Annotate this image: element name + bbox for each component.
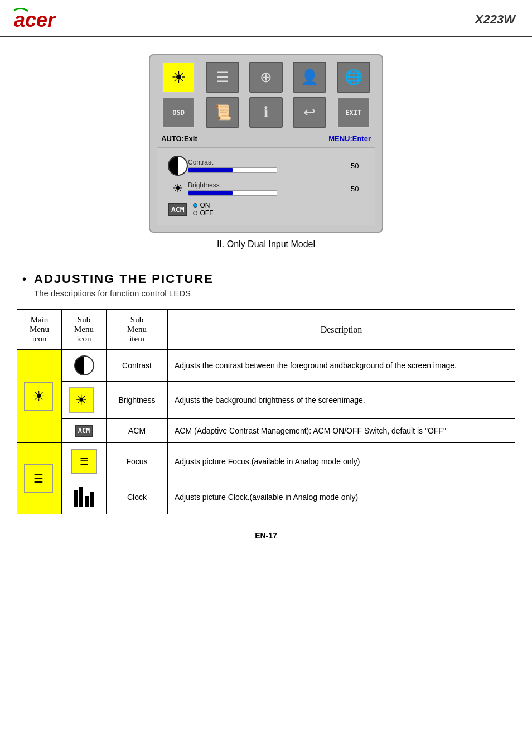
acm-row: ACM ON OFF <box>168 201 364 217</box>
osd-box: ☀ ☰ ⊕ 👤 🌐 OSD 📜 ℹ ↩ EXIT AUTO:Exit MENU:… <box>149 54 383 233</box>
th-sub-menu-item: SubMenuitem <box>107 310 168 350</box>
osd-icon-reset: ↩ <box>293 97 326 128</box>
brightness-track <box>188 190 277 196</box>
osd-section: ☀ ☰ ⊕ 👤 🌐 OSD 📜 ℹ ↩ EXIT AUTO:Exit MENU:… <box>0 54 532 249</box>
contrast-slider-content: Contrast <box>188 158 346 173</box>
osd-icon-scroll: 📜 <box>206 97 239 128</box>
sub-icon-focus: ☰ <box>62 443 107 480</box>
table-row: Clock Adjusts picture Clock.(available i… <box>17 480 515 514</box>
osd-icon-osd: OSD <box>162 97 195 128</box>
osd-icon-brightness-active: ☀ <box>162 62 195 93</box>
table-row: ACM ACM ACM (Adaptive Contrast Managemen… <box>17 419 515 443</box>
sub-item-brightness: Brightness <box>107 382 168 419</box>
contrast-row: Contrast 50 <box>168 156 364 176</box>
brightness-slider-content: Brightness <box>188 181 346 196</box>
acm-options: ON OFF <box>193 201 213 217</box>
sub-item-clock: Clock <box>107 480 168 514</box>
acer-logo: acer <box>11 6 61 33</box>
acm-off-label: OFF <box>200 209 213 217</box>
brightness-icon-osd: ☀ <box>168 181 188 196</box>
section-bullet: • <box>22 273 26 286</box>
bar-3 <box>85 496 89 507</box>
osd-caption: II. Only Dual Input Model <box>217 239 315 249</box>
desc-contrast: Adjusts the contrast between the foregro… <box>168 350 515 382</box>
osd-bottom-row: OSD 📜 ℹ ↩ EXIT <box>157 97 375 128</box>
svg-text:acer: acer <box>14 8 56 31</box>
feature-table: MainMenuicon SubMenuicon SubMenuitem Des… <box>17 309 515 514</box>
brightness-row: ☀ Brightness 50 <box>168 181 364 196</box>
bar-2 <box>79 487 83 507</box>
focus-icon-table: ☰ <box>71 449 97 474</box>
page-header: acer X223W <box>0 0 532 37</box>
table-row: ☀ Brightness Adjusts the background brig… <box>17 382 515 419</box>
sub-icon-contrast <box>62 350 107 382</box>
acm-on-label: ON <box>200 201 210 209</box>
th-sub-menu-icon: SubMenuicon <box>62 310 107 350</box>
sub-item-acm: ACM <box>107 419 168 443</box>
sub-item-contrast: Contrast <box>107 350 168 382</box>
contrast-value: 50 <box>351 162 364 170</box>
osd-icon-menu: ☰ <box>206 62 239 93</box>
brightness-label: Brightness <box>188 181 346 189</box>
osd-icon-globe: 🌐 <box>337 62 370 93</box>
contrast-icon <box>168 156 188 176</box>
model-name: X223W <box>475 12 515 27</box>
osd-panel: Contrast 50 ☀ Brightness 50 <box>157 147 375 225</box>
sub-item-focus: Focus <box>107 443 168 480</box>
menu-icon-table: ☰ <box>24 464 53 493</box>
desc-clock: Adjusts picture Clock.(available in Anal… <box>168 480 515 514</box>
osd-icon-exit: EXIT <box>337 97 370 128</box>
page-number: EN-17 <box>255 531 277 540</box>
sub-icon-acm: ACM <box>62 419 107 443</box>
acm-on-option: ON <box>193 201 213 209</box>
acm-off-option: OFF <box>193 209 213 217</box>
section-heading: • ADJUSTING THE PICTURE The descriptions… <box>22 272 510 298</box>
section-content: ADJUSTING THE PICTURE The descriptions f… <box>34 272 214 298</box>
desc-focus: Adjusts picture Focus.(available in Anal… <box>168 443 515 480</box>
sun-icon-table: ☀ <box>24 382 53 411</box>
table-row: ☀ Contrast Adjusts the contrast between … <box>17 350 515 382</box>
section-subtitle: The descriptions for function control LE… <box>34 288 214 298</box>
osd-icon-position: ⊕ <box>249 62 283 93</box>
acm-icon-osd: ACM <box>168 203 187 216</box>
sub-icon-brightness: ☀ <box>62 382 107 419</box>
osd-icon-color: 👤 <box>293 62 326 93</box>
osd-top-row: ☀ ☰ ⊕ 👤 🌐 <box>157 62 375 93</box>
osd-icon-info: ℹ <box>249 97 283 128</box>
brightness-fill <box>188 191 233 195</box>
sub-icon-clock <box>62 480 107 514</box>
section-title: ADJUSTING THE PICTURE <box>34 272 214 286</box>
feature-table-container: MainMenuicon SubMenuicon SubMenuitem Des… <box>17 309 515 514</box>
brightness-icon-table: ☀ <box>69 387 94 413</box>
table-header-row: MainMenuicon SubMenuicon SubMenuitem Des… <box>17 310 515 350</box>
desc-acm: ACM (Adaptive Contrast Management): ACM … <box>168 419 515 443</box>
th-description: Description <box>168 310 515 350</box>
acm-badge-icon: ACM <box>75 425 94 437</box>
contrast-track <box>188 167 277 173</box>
desc-brightness: Adjusts the background brightness of the… <box>168 382 515 419</box>
acm-off-radio <box>193 211 197 215</box>
contrast-fill <box>188 168 233 172</box>
bar-4 <box>90 492 94 507</box>
main-icon-sun: ☀ <box>17 350 62 443</box>
bar-1 <box>74 490 78 507</box>
osd-footer: AUTO:Exit MENU:Enter <box>157 132 375 145</box>
th-main-menu-icon: MainMenuicon <box>17 310 62 350</box>
table-row: ☰ ☰ Focus Adjusts picture Focus.(availab… <box>17 443 515 480</box>
contrast-circle-icon <box>74 355 94 375</box>
osd-menu-label: MENU:Enter <box>328 134 371 143</box>
page-footer: EN-17 <box>0 526 532 551</box>
acm-on-radio <box>193 203 197 208</box>
contrast-label: Contrast <box>188 158 346 166</box>
osd-auto-label: AUTO:Exit <box>161 134 197 143</box>
brightness-value: 50 <box>351 185 364 193</box>
main-icon-menu: ☰ <box>17 443 62 514</box>
clock-bars-icon <box>69 486 99 508</box>
